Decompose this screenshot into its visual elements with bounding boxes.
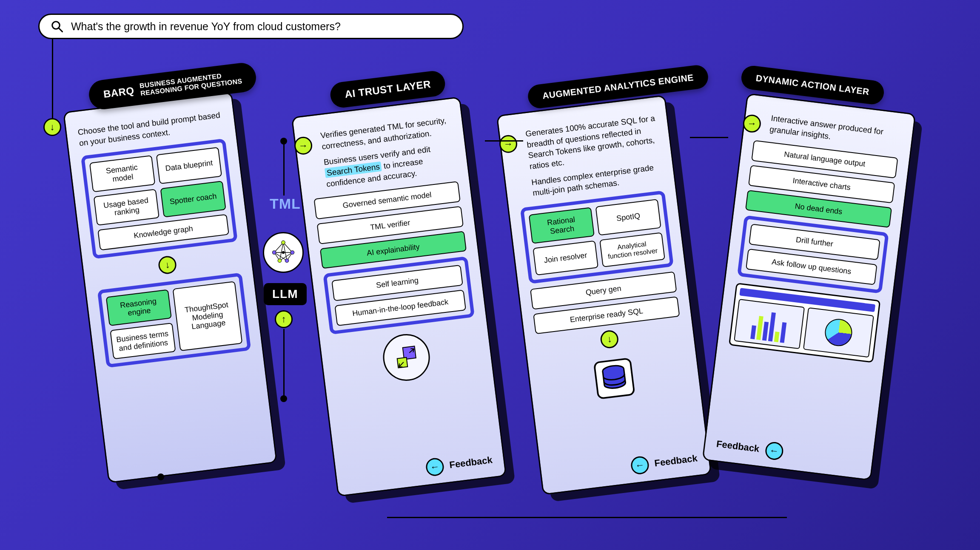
svg-point-11 xyxy=(282,241,285,244)
trust-panel-icon xyxy=(380,331,433,383)
arrow-down-icon: ↓ xyxy=(43,118,61,136)
chip-rational-search: Rational Search xyxy=(529,207,595,244)
barq-panel: Choose the tool and build prompt based o… xyxy=(63,91,277,483)
chip-semantic-model: Semantic model xyxy=(89,155,155,192)
trust-chip-frame: Self learning Human-in-the-loop feedback xyxy=(323,256,475,335)
barq-chip-frame-top: Semantic model Data blueprint Usage base… xyxy=(81,139,238,259)
arrow-left-icon: ← xyxy=(425,457,445,477)
arrow-down-icon: ↓ xyxy=(157,255,177,275)
connector-line xyxy=(387,517,787,518)
network-icon xyxy=(263,232,304,273)
trust-header: AI TRUST LAYER xyxy=(344,78,431,101)
barq-header-big: BARQ xyxy=(103,85,135,101)
pie-chart-icon xyxy=(803,307,874,357)
action-chip-stack: Natural language output Interactive char… xyxy=(745,140,898,228)
connector-line xyxy=(283,329,285,397)
svg-point-15 xyxy=(285,259,289,263)
chip-spotter-coach: Spotter coach xyxy=(160,181,226,218)
svg-point-14 xyxy=(278,259,282,263)
analytics-panel: → Generates 100% accurate SQL for a brea… xyxy=(496,95,712,495)
action-header: DYNAMIC ACTION LAYER xyxy=(755,73,870,97)
bar-chart-icon xyxy=(734,299,805,349)
svg-point-16 xyxy=(282,251,285,254)
chip-join-resolver: Join resolver xyxy=(533,241,598,275)
search-bar[interactable] xyxy=(38,14,464,39)
barq-header-sub: BUSINESS AUGMENTED REASONING FOR QUESTIO… xyxy=(139,70,242,98)
arrow-right-icon: → xyxy=(499,135,517,153)
connector-line xyxy=(485,140,523,142)
action-feedback-label: Feedback xyxy=(716,438,760,454)
trust-panel: → Verifies generated TML for security, c… xyxy=(291,96,507,497)
chip-data-blueprint: Data blueprint xyxy=(156,147,222,184)
connector-dot xyxy=(280,138,287,145)
arrow-down-icon: ↓ xyxy=(599,329,619,349)
search-icon xyxy=(51,20,63,33)
analytics-header: AUGMENTED ANALYTICS ENGINE xyxy=(542,72,694,101)
connector-dot xyxy=(280,395,287,402)
dashboard-illustration xyxy=(729,283,880,363)
action-panel: → Interactive answer produced for granul… xyxy=(702,93,916,481)
connector-dot xyxy=(157,473,164,480)
chip-reasoning-engine: Reasoning engine xyxy=(106,289,172,326)
database-icon xyxy=(590,355,638,402)
arrow-left-icon: ← xyxy=(764,441,784,461)
arrow-up-icon: ↑ xyxy=(275,310,293,328)
chip-analytical-function-resolver: Analytical function resolver xyxy=(599,232,665,267)
search-input[interactable] xyxy=(71,20,451,33)
trust-chip-stack: Governed semantic model TML verifier AI … xyxy=(313,181,467,269)
svg-line-1 xyxy=(59,28,63,32)
trust-feedback-label: Feedback xyxy=(449,454,493,471)
action-chip-frame: Drill further Ask follow up questions xyxy=(737,215,889,294)
chip-spotiq: SpotIQ xyxy=(595,199,661,236)
connector-line xyxy=(283,140,285,196)
analytics-feedback-label: Feedback xyxy=(654,453,698,469)
arrow-right-icon: → xyxy=(294,137,312,155)
connector-line xyxy=(52,39,53,128)
llm-label: LLM xyxy=(264,283,307,305)
chip-usage-ranking: Usage based ranking xyxy=(94,189,160,226)
barq-chip-frame-bottom: Reasoning engine Business terms and defi… xyxy=(97,272,251,368)
arrow-right-icon: → xyxy=(743,115,761,133)
chip-thoughtspot-modeling-language: ThoughtSpot Modeling Language xyxy=(172,281,242,352)
svg-point-13 xyxy=(291,251,294,255)
connector-line xyxy=(690,137,728,138)
arrow-left-icon: ← xyxy=(630,455,650,475)
tml-label: TML xyxy=(270,196,301,212)
analytics-chip-frame: Rational Search SpotIQ Join resolver Ana… xyxy=(520,190,674,284)
chip-business-terms: Business terms and definitions xyxy=(110,323,176,360)
svg-point-12 xyxy=(272,251,276,255)
